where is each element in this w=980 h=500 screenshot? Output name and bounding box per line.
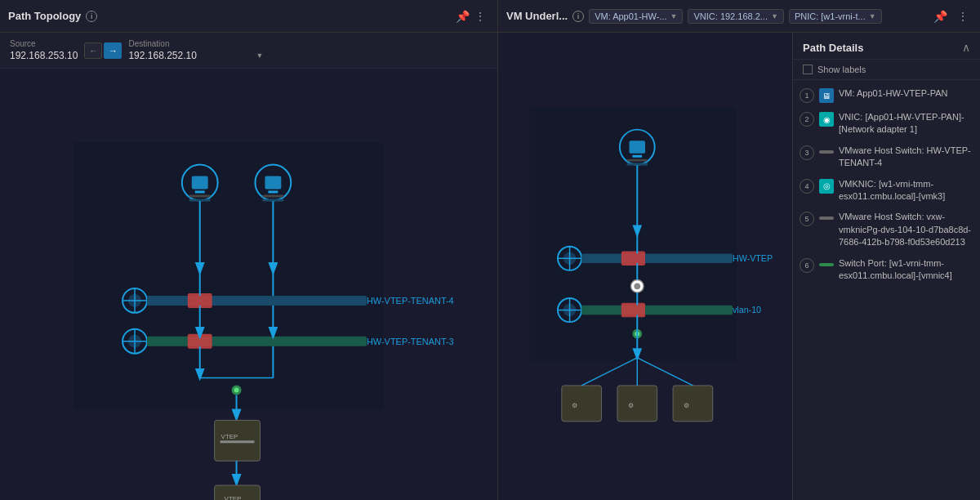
right-more-button[interactable]: ⋮	[954, 7, 972, 25]
path-topology-info-icon[interactable]: i	[86, 11, 97, 22]
left-pin-button[interactable]: 📌	[453, 7, 471, 25]
svg-rect-2	[192, 176, 208, 190]
svg-rect-68	[562, 386, 602, 422]
right-pin-button[interactable]: 📌	[931, 7, 949, 25]
item-5-icon	[819, 217, 834, 220]
vm-underlay-info-icon[interactable]: i	[572, 11, 584, 22]
left-topology-canvas: HW-VTEP-TENANT-4 HW-VTEP-TENANT-3	[0, 69, 497, 500]
vlan10-label: vlan-10	[733, 305, 761, 315]
svg-rect-37	[220, 440, 255, 443]
path-detail-item-2: 2 ◉ VNIC: [App01-HW-VTEP-PAN]-[Network a…	[793, 107, 980, 141]
svg-point-33	[234, 388, 239, 393]
item-3-num: 3	[800, 145, 814, 160]
source-value: 192.168.253.10	[10, 50, 78, 61]
path-detail-item-1: 1 🖥 VM: App01-HW-VTEP-PAN	[793, 83, 980, 107]
item-3-icon	[819, 150, 834, 154]
path-detail-item-4: 4 ◎ VMKNIC: [w1-vrni-tmm-esx011.cmbu.loc…	[793, 174, 980, 208]
svg-rect-0	[74, 142, 383, 411]
arrow-buttons: ← →	[84, 42, 122, 59]
tenant4-label: HW-VTEP-TENANT-4	[367, 296, 454, 306]
svg-rect-72	[673, 386, 713, 422]
svg-rect-43	[630, 141, 645, 154]
left-more-button[interactable]: ⋮	[471, 7, 489, 25]
svg-rect-17	[147, 296, 367, 306]
path-detail-item-6: 6 Switch Port: [w1-vrni-tmm-esx011.cmbu.…	[793, 253, 980, 287]
path-details-title: Path Details	[803, 42, 863, 54]
show-labels-checkbox[interactable]	[803, 65, 813, 74]
svg-text:VTEP: VTEP	[221, 433, 238, 440]
pnic-dropdown[interactable]: PNIC: [w1-vrni-t... ▼	[789, 9, 882, 24]
show-labels-label: Show labels	[817, 65, 866, 74]
item-2-text: VNIC: [App01-HW-VTEP-PAN]-[Network adapt…	[839, 111, 973, 136]
item-1-text: VM: App01-HW-VTEP-PAN	[839, 87, 947, 100]
svg-rect-23	[147, 337, 367, 346]
item-6-icon	[819, 263, 834, 266]
item-3-text: VMware Host Switch: HW-VTEP-TENANT-4	[839, 145, 973, 170]
source-label: Source	[10, 39, 78, 48]
vnic-dropdown-label: VNIC: 192.168.2...	[693, 11, 768, 21]
destination-group: Destination ▼	[128, 39, 263, 61]
path-details-header: Path Details ∧	[793, 33, 980, 60]
svg-rect-61	[621, 303, 645, 318]
source-group: Source 192.168.253.10	[10, 39, 78, 61]
svg-rect-52	[581, 253, 733, 263]
source-dest-bar: Source 192.168.253.10 ← → Destination ▼	[0, 33, 497, 69]
path-topology-title: Path Topology i	[8, 10, 97, 22]
item-5-num: 5	[800, 212, 814, 226]
pnic-dropdown-chevron: ▼	[869, 12, 876, 20]
svg-text:⚙: ⚙	[572, 402, 577, 409]
hw-vtep-label: HW-VTEP	[733, 253, 773, 263]
arrow-right-button[interactable]: →	[104, 42, 122, 59]
path-details-collapse-button[interactable]: ∧	[962, 41, 970, 54]
vnic-dropdown-chevron: ▼	[771, 12, 778, 20]
svg-rect-70	[617, 386, 657, 422]
vm-dropdown[interactable]: VM: App01-HW-... ▼	[589, 9, 683, 24]
destination-input[interactable]	[128, 50, 251, 61]
svg-rect-60	[581, 306, 733, 315]
tenant3-label: HW-VTEP-TENANT-3	[367, 337, 454, 346]
path-detail-item-3: 3 VMware Host Switch: HW-VTEP-TENANT-4	[793, 141, 980, 174]
svg-rect-10	[262, 199, 283, 201]
svg-rect-44	[632, 155, 642, 158]
item-4-icon: ◎	[819, 179, 834, 194]
right-topology-canvas: HW-VTEP vlan-10	[498, 33, 792, 500]
vm-dropdown-label: VM: App01-HW-...	[595, 11, 666, 21]
svg-rect-53	[621, 252, 645, 266]
item-5-text: VMware Host Switch: vxw-vmknicPg-dvs-104…	[839, 211, 973, 248]
item-1-num: 1	[800, 88, 814, 103]
item-2-num: 2	[800, 112, 814, 127]
svg-rect-46	[627, 163, 648, 166]
svg-rect-45	[627, 159, 648, 162]
show-labels-row: Show labels	[793, 60, 980, 80]
item-6-text: Switch Port: [w1-vrni-tmm-esx011.cmbu.lo…	[839, 257, 973, 283]
svg-point-55	[634, 283, 640, 289]
item-6-num: 6	[800, 258, 814, 273]
svg-rect-3	[195, 190, 205, 193]
left-topology-svg: HW-VTEP-TENANT-4 HW-VTEP-TENANT-3	[0, 69, 497, 500]
svg-text:⚙: ⚙	[628, 402, 634, 409]
svg-text:VTEP: VTEP	[225, 495, 242, 500]
svg-rect-5	[189, 199, 211, 201]
pnic-dropdown-label: PNIC: [w1-vrni-t...	[795, 11, 866, 21]
item-1-icon: 🖥	[819, 88, 834, 103]
item-4-num: 4	[800, 179, 814, 194]
path-detail-item-5: 5 VMware Host Switch: vxw-vmknicPg-dvs-1…	[793, 207, 980, 252]
svg-rect-8	[268, 190, 278, 193]
svg-line-74	[581, 358, 637, 386]
destination-label: Destination	[128, 39, 263, 48]
vm-dropdown-chevron: ▼	[670, 12, 678, 20]
svg-rect-9	[262, 194, 283, 197]
arrow-left-button[interactable]: ←	[84, 42, 102, 59]
title-text: Path Topology	[8, 10, 81, 22]
item-4-text: VMKNIC: [w1-vrni-tmm-esx011.cmbu.local]-…	[839, 178, 973, 203]
vnic-dropdown[interactable]: VNIC: 192.168.2... ▼	[688, 9, 783, 24]
vm-underlay-text: VM Underl...	[506, 10, 568, 22]
item-2-icon: ◉	[819, 112, 834, 127]
svg-line-76	[637, 358, 693, 386]
svg-text:⚙: ⚙	[684, 402, 689, 409]
right-topology-svg: HW-VTEP vlan-10	[498, 33, 792, 500]
destination-dropdown-chevron[interactable]: ▼	[256, 51, 263, 60]
path-details-panel: Path Details ∧ Show labels 1 🖥 VM: App01…	[792, 33, 980, 500]
svg-rect-7	[265, 176, 281, 190]
svg-rect-4	[189, 194, 211, 197]
